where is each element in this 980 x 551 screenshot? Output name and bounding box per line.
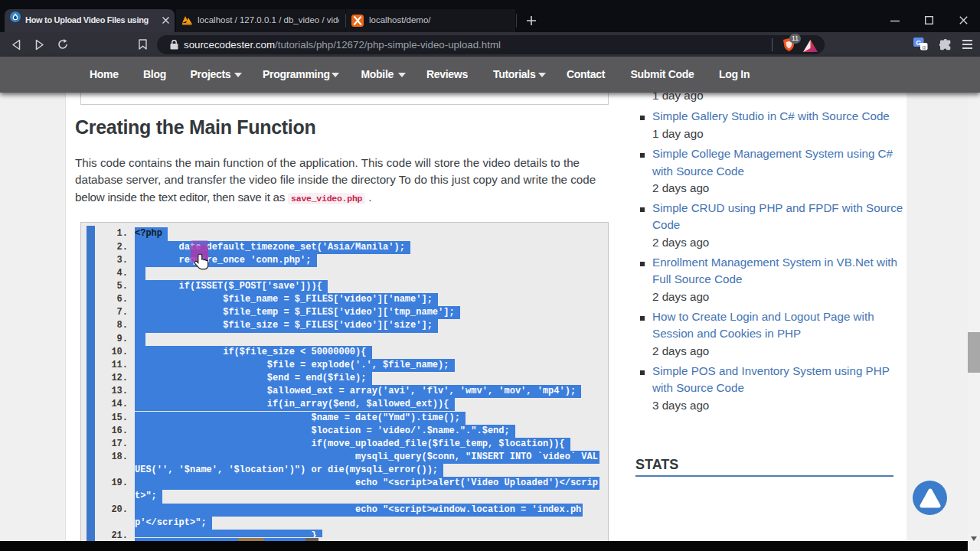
svg-text:g: g	[922, 44, 926, 51]
